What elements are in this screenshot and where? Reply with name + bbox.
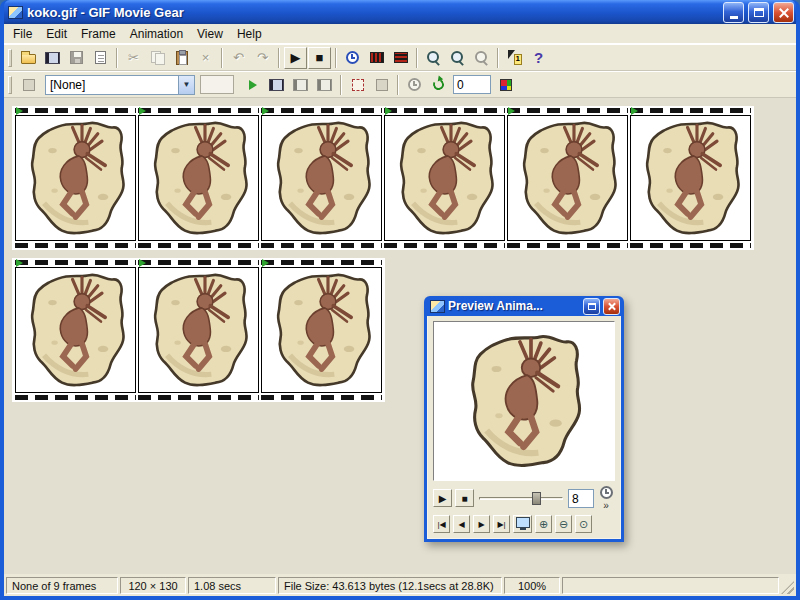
prev-frame-button[interactable]: ◀	[453, 515, 470, 533]
frame-toolbar: [None] ▼ 0	[4, 71, 796, 98]
edit-frame-button[interactable]	[17, 74, 40, 96]
toolbar-separator	[340, 75, 342, 95]
preview-zoom-out-button[interactable]: ⊖	[555, 515, 572, 533]
zoom-in-button[interactable]: +	[422, 47, 445, 69]
frame-marker-icon	[385, 107, 392, 115]
loop-toggle-icon	[431, 77, 445, 91]
frame-slider[interactable]	[477, 490, 565, 506]
help-button[interactable]: ?	[527, 47, 550, 69]
frame-thumbnail[interactable]	[15, 267, 136, 393]
frame-thumbnail[interactable]	[138, 115, 259, 241]
optimize-button[interactable]	[494, 74, 517, 96]
delete-icon: ×	[202, 51, 210, 64]
insert-frame-button[interactable]	[265, 74, 288, 96]
frame-delay-button[interactable]	[403, 74, 426, 96]
preview-play-button[interactable]: ▶	[433, 489, 452, 507]
save-icon	[70, 51, 83, 64]
frame-cell	[260, 258, 383, 402]
menu-file[interactable]: File	[6, 25, 39, 43]
duplicate-frame-button[interactable]	[289, 74, 312, 96]
save-button[interactable]	[65, 47, 88, 69]
menu-animation[interactable]: Animation	[123, 25, 190, 43]
delete-button[interactable]: ×	[194, 47, 217, 69]
zoom-actual-button[interactable]	[470, 47, 493, 69]
frame-timing-icon	[346, 51, 359, 64]
maximize-icon	[754, 8, 764, 17]
frame-thumbnail[interactable]	[507, 115, 628, 241]
resize-tool-button[interactable]	[370, 74, 393, 96]
more-chevron-icon[interactable]: »	[603, 500, 609, 511]
animation-properties-button[interactable]	[365, 47, 388, 69]
frame-marker-icon	[262, 259, 269, 267]
cut-button[interactable]: ✂	[122, 47, 145, 69]
menu-frame[interactable]: Frame	[74, 25, 123, 43]
preview-window: Preview Anima... ▶ ■ 8	[424, 296, 624, 542]
frame-thumbnail[interactable]	[261, 115, 382, 241]
frame-thumbnail[interactable]	[384, 115, 505, 241]
titlebar[interactable]: koko.gif - GIF Movie Gear	[4, 0, 796, 24]
toolbar-grip[interactable]	[8, 49, 12, 67]
menu-help[interactable]: Help	[230, 25, 269, 43]
remove-frame-button[interactable]	[313, 74, 336, 96]
preview-zoom-in-button[interactable]: ⊕	[535, 515, 552, 533]
toolbar-grip[interactable]	[8, 76, 12, 94]
film-perforation	[629, 106, 752, 115]
loop-count-field[interactable]: 0	[453, 75, 491, 94]
dropdown-arrow-icon[interactable]: ▼	[178, 76, 194, 94]
frame-name-field[interactable]	[200, 75, 234, 94]
frame-cell	[137, 258, 260, 402]
mark-frame-button[interactable]	[241, 74, 264, 96]
new-button[interactable]	[89, 47, 112, 69]
zoom-out-button[interactable]: −	[446, 47, 469, 69]
frame-thumbnail[interactable]	[15, 115, 136, 241]
paste-button[interactable]	[170, 47, 193, 69]
preview-side-controls: »	[597, 485, 615, 511]
toolbar-separator	[221, 48, 223, 68]
loop-toggle-button[interactable]	[427, 74, 450, 96]
stop-button[interactable]: ■	[308, 47, 331, 69]
open-button[interactable]	[17, 47, 40, 69]
frame-cell	[629, 106, 752, 250]
undo-button[interactable]: ↶	[227, 47, 250, 69]
preview-display-button[interactable]	[513, 515, 532, 533]
last-frame-button[interactable]: ▶|	[493, 515, 510, 533]
kokopelli-image	[269, 271, 374, 389]
insert-frames-button[interactable]	[41, 47, 64, 69]
filter-dropdown[interactable]: [None] ▼	[45, 75, 195, 95]
menu-edit[interactable]: Edit	[39, 25, 74, 43]
frame-delay-icon	[408, 78, 421, 91]
kokopelli-image	[23, 271, 128, 389]
crop-tool-button[interactable]	[346, 74, 369, 96]
frame-thumbnail[interactable]	[138, 267, 259, 393]
film-perforation	[383, 106, 506, 115]
preview-titlebar[interactable]: Preview Anima...	[427, 296, 621, 316]
window-title: koko.gif - GIF Movie Gear	[27, 5, 719, 20]
first-frame-button[interactable]: |◀	[433, 515, 450, 533]
preview-frame-field[interactable]: 8	[568, 489, 594, 508]
preview-delay-button[interactable]	[598, 485, 614, 500]
copy-button[interactable]	[146, 47, 169, 69]
close-button[interactable]	[773, 2, 794, 23]
frame-cell	[260, 106, 383, 250]
next-frame-button[interactable]: ▶	[473, 515, 490, 533]
kokopelli-image	[146, 271, 251, 389]
play-button[interactable]: ▶	[284, 47, 307, 69]
redo-button[interactable]: ↷	[251, 47, 274, 69]
palette-properties-button[interactable]	[389, 47, 412, 69]
preview-close-icon	[607, 302, 616, 311]
resize-tool-icon	[376, 79, 388, 91]
filter-dropdown-value: [None]	[46, 76, 178, 94]
resize-grip-icon[interactable]	[781, 581, 794, 594]
select-tool-button[interactable]	[503, 47, 526, 69]
preview-maximize-button[interactable]	[583, 298, 600, 315]
preview-close-button[interactable]	[603, 298, 620, 315]
frame-timing-button[interactable]	[341, 47, 364, 69]
maximize-button[interactable]	[748, 2, 769, 23]
menu-view[interactable]: View	[190, 25, 230, 43]
minimize-button[interactable]	[723, 2, 744, 23]
preview-stop-button[interactable]: ■	[455, 489, 474, 507]
preview-zoom-fit-button[interactable]: ⊙	[575, 515, 592, 533]
frame-thumbnail[interactable]	[261, 267, 382, 393]
frame-thumbnail[interactable]	[630, 115, 751, 241]
slider-thumb[interactable]	[532, 492, 541, 505]
